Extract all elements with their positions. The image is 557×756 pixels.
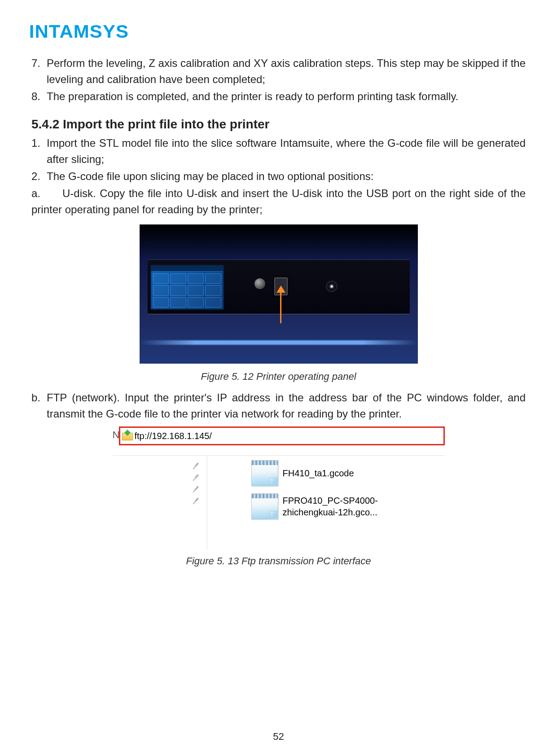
file-label: FPRO410_PC-SP4000-zhichengkuai-12h.gco..… [283,495,399,518]
list-item: 2.The G-code file upon slicing may be pl… [31,168,526,185]
panel-knob [254,278,265,289]
printer-touchscreen [150,265,224,310]
nav-quick-access-row[interactable] [113,483,207,495]
file-label: FH410_ta1.gcode [283,467,354,479]
pin-icon [191,497,200,505]
ftp-folder-icon [122,431,132,440]
figure-ftp-explorer: N FH410_ta1.gcodeFPRO410_PC-SP4000-zhich… [113,426,445,550]
substep-b-prefix: b. [31,390,40,422]
page-number: 52 [0,731,557,743]
list-item-text: Perform the leveling, Z axis calibration… [47,55,526,88]
power-led-icon [326,281,338,292]
list-item: 8.The preparation is completed, and the … [31,88,526,105]
nav-quick-access-row[interactable] [113,495,207,507]
address-bar-input[interactable] [135,429,442,443]
file-item[interactable]: FH410_ta1.gcode [211,457,441,491]
list-item-number: 2. [31,168,40,185]
pin-icon [191,462,200,470]
nav-quick-access-row[interactable] [113,460,207,472]
address-bar-highlight [119,426,445,445]
usb-arrow-icon [280,292,281,323]
list-item: 1.Import the STL model file into the sli… [31,135,526,167]
list-item-number: 7. [31,55,40,88]
figure-513-caption: Figure 5. 13 Ftp transmission PC interfa… [31,555,526,567]
list-item-number: 8. [31,88,40,105]
import-steps-list: 1.Import the STL model file into the sli… [31,135,526,185]
section-heading: 5.4.2 Import the print file into the pri… [31,117,526,132]
nav-quick-access-row[interactable] [113,472,207,483]
steps-continued-list: 7.Perform the leveling, Z axis calibrati… [31,55,526,105]
substep-a-prefix: a. [31,185,43,202]
list-item-number: 1. [31,135,40,167]
figure-printer-panel [140,224,418,364]
substep-a-text: U-disk. Copy the file into U-disk and in… [31,187,526,215]
explorer-nav-pane [113,456,207,550]
pin-icon [191,473,200,482]
list-item-text: The G-code file upon slicing may be plac… [47,168,526,185]
substep-b: b. FTP (network). Input the printer's IP… [31,390,526,422]
substep-b-text: FTP (network). Input the printer's IP ad… [47,390,526,422]
pin-icon [191,485,200,494]
figure-512-caption: Figure 5. 12 Printer operating panel [31,371,526,382]
gcode-file-icon [251,460,278,486]
cropped-char: N [113,429,120,441]
file-item[interactable]: FPRO410_PC-SP4000-zhichengkuai-12h.gco..… [211,491,441,524]
substep-a: a. U-disk. Copy the file into U-disk and… [31,185,526,218]
list-item-text: Import the STL model file into the slice… [47,135,526,167]
list-item: 7.Perform the leveling, Z axis calibrati… [31,55,526,88]
brand-logo: INTAMSYS [29,22,129,42]
list-item-text: The preparation is completed, and the pr… [47,88,526,105]
gcode-file-icon [251,493,278,519]
explorer-file-pane: FH410_ta1.gcodeFPRO410_PC-SP4000-zhichen… [207,456,445,550]
